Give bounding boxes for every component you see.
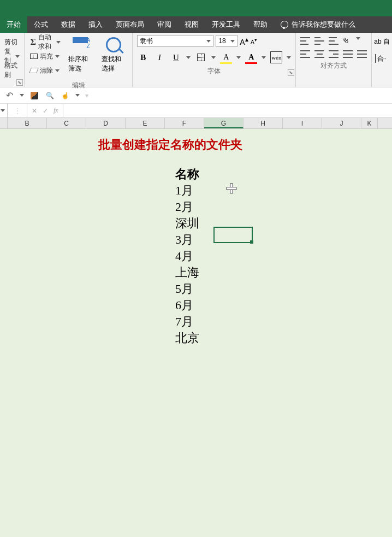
col-header-E[interactable]: E <box>126 118 165 128</box>
touch-button[interactable]: ☝ <box>60 91 70 101</box>
autosum-button[interactable]: Σ 自动求和 <box>30 36 60 48</box>
formula-input[interactable] <box>63 104 392 117</box>
cursor-cross-icon <box>227 184 235 192</box>
dropdown-icon <box>262 56 266 59</box>
font-group-label: 字体 ⬊ <box>133 66 295 77</box>
decrease-indent-button[interactable] <box>343 50 353 58</box>
fill-button[interactable]: 填充 <box>30 50 60 62</box>
dropdown-icon <box>206 40 211 43</box>
cut-button[interactable]: 剪切 <box>4 36 20 48</box>
tab-dev[interactable]: 开发工具 <box>205 16 247 33</box>
formula-bar: ⋮ ✕ ✓ fx <box>0 104 392 118</box>
wrap-text-button[interactable]: ab 自 <box>374 37 390 46</box>
cancel-button[interactable]: ✕ <box>32 107 37 115</box>
dropdown-icon <box>287 56 291 59</box>
font-launcher[interactable]: ⬊ <box>288 69 294 76</box>
autosum-label: 自动求和 <box>38 33 54 51</box>
align-group: 对齐方式 <box>296 33 372 87</box>
increase-indent-button[interactable] <box>357 50 367 58</box>
dropdown-icon <box>236 56 241 59</box>
col-header-F[interactable]: F <box>165 118 204 128</box>
dropdown-icon <box>55 69 60 72</box>
edit-group-label: 编辑 <box>25 80 132 91</box>
column-header-name: 名称 <box>175 166 199 182</box>
tab-tellme[interactable]: 告诉我你想要做什么 <box>274 16 362 33</box>
dropdown-icon <box>56 41 61 44</box>
cell-value: 1月 <box>175 182 193 199</box>
bulb-icon <box>281 21 288 28</box>
sort-filter-label: 排序和筛选 <box>68 55 93 73</box>
dropdown-icon <box>211 56 216 59</box>
grow-font-button[interactable]: A▴ <box>240 36 248 46</box>
merge-button[interactable]: 合 <box>374 54 384 63</box>
brush-button[interactable] <box>29 91 39 101</box>
undo-button[interactable]: ↶ <box>4 91 14 101</box>
ribbon-tabs: 开始 公式 数据 插入 页面布局 审阅 视图 开发工具 帮助 告诉我你想要做什么 <box>0 16 392 33</box>
find-select-button[interactable]: 查找和选择 <box>97 35 130 75</box>
col-header-H[interactable]: H <box>243 118 283 128</box>
tab-insert[interactable]: 插入 <box>82 16 109 33</box>
tab-help[interactable]: 帮助 <box>247 16 274 33</box>
tab-data[interactable]: 数据 <box>55 16 82 33</box>
col-header-G[interactable]: G <box>204 118 243 128</box>
col-header-I[interactable]: I <box>283 118 322 128</box>
orientation-button[interactable] <box>343 37 352 46</box>
cell-value: 3月 <box>175 232 193 248</box>
font-size-value: 18 <box>218 37 225 45</box>
column-headers: BCDEFGHIJK <box>0 118 392 129</box>
align-center-button[interactable] <box>314 50 324 58</box>
align-left-button[interactable] <box>300 50 310 58</box>
align-group-label: 对齐方式 <box>296 60 371 72</box>
select-all-corner[interactable] <box>0 118 8 128</box>
align-bottom-button[interactable] <box>329 37 338 45</box>
shrink-font-button[interactable]: A▾ <box>251 37 257 45</box>
name-box[interactable] <box>0 104 8 117</box>
clear-label: 清除 <box>40 66 53 75</box>
tab-formula[interactable]: 公式 <box>27 16 55 33</box>
border-button[interactable] <box>195 51 207 63</box>
align-right-button[interactable] <box>329 50 338 58</box>
col-header-B[interactable]: B <box>8 118 47 128</box>
spreadsheet-area[interactable]: 批量创建指定名称的文件夹 名称 1月2月深圳3月4月上海5月6月7月北京 <box>0 129 392 537</box>
align-top-button[interactable] <box>300 37 310 45</box>
preview-button[interactable]: 🔍 <box>45 91 55 101</box>
sort-filter-button[interactable]: 排序和筛选 <box>64 35 97 75</box>
merge-group-partial: ab 自 合 <box>372 33 392 87</box>
align-middle-button[interactable] <box>314 37 324 45</box>
cell-value: 7月 <box>175 314 193 330</box>
bold-button[interactable]: B <box>137 51 149 63</box>
phonetic-button[interactable]: wén <box>270 51 282 63</box>
clipboard-group: 剪切 复制 格式刷 ⬊ <box>0 33 25 87</box>
fx-button[interactable]: fx <box>54 107 58 115</box>
font-name-select[interactable]: 隶书 <box>137 35 213 47</box>
underline-button[interactable]: U <box>170 51 182 63</box>
clear-button[interactable]: 清除 <box>30 64 60 76</box>
col-header-J[interactable]: J <box>322 118 361 128</box>
fill-color-button[interactable]: A <box>220 51 232 63</box>
font-size-select[interactable]: 18 <box>216 35 237 47</box>
tab-review[interactable]: 审阅 <box>151 16 178 33</box>
col-header-C[interactable]: C <box>47 118 86 128</box>
format-painter-label: 格式刷 <box>4 61 20 80</box>
cell-value: 北京 <box>175 330 199 346</box>
format-painter-button[interactable]: 格式刷 <box>4 64 20 76</box>
clipboard-launcher[interactable]: ⬊ <box>16 79 23 86</box>
tellme-label: 告诉我你想要做什么 <box>292 20 355 29</box>
wrap-partial-label: ab <box>374 38 383 45</box>
col-header-K[interactable]: K <box>361 118 378 128</box>
cell-value: 5月 <box>175 281 193 297</box>
tab-view[interactable]: 视图 <box>178 16 205 33</box>
cell-value: 2月 <box>175 199 193 215</box>
ribbon: 剪切 复制 格式刷 ⬊ Σ 自动求和 <box>0 33 392 87</box>
confirm-button[interactable]: ✓ <box>43 107 48 115</box>
title-bar <box>0 0 392 16</box>
copy-button[interactable]: 复制 <box>4 50 20 62</box>
italic-button[interactable]: I <box>153 51 165 63</box>
selected-cell[interactable] <box>213 227 253 243</box>
col-header-D[interactable]: D <box>86 118 126 128</box>
sheet-title: 批量创建指定名称的文件夹 <box>98 137 242 153</box>
font-color-button[interactable]: A <box>245 51 257 63</box>
dropdown-icon <box>356 37 360 40</box>
tab-layout[interactable]: 页面布局 <box>109 16 151 33</box>
tab-start[interactable]: 开始 <box>0 16 27 33</box>
